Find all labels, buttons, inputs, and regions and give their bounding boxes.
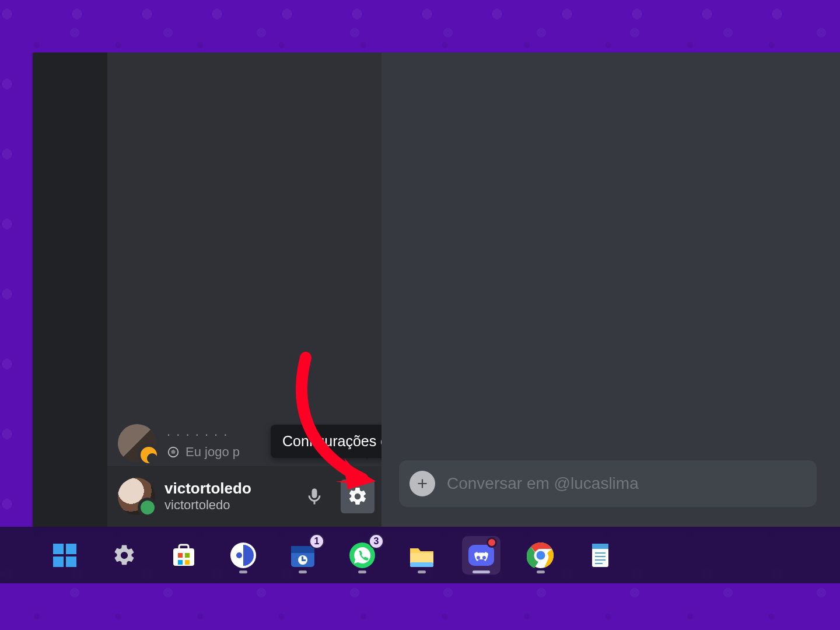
store-icon [170,541,198,569]
taskbar-settings[interactable] [105,536,144,575]
taskbar-microsoft-store[interactable] [164,536,203,575]
windows-logo-icon [51,541,79,569]
taskbar-whatsapp[interactable]: 3 [343,536,382,575]
self-username: victortoledo [164,498,288,512]
svg-rect-3 [66,544,76,554]
svg-rect-29 [592,544,608,549]
svg-rect-7 [179,545,188,551]
svg-rect-2 [53,544,64,554]
game-activity-icon [167,446,180,459]
svg-point-13 [236,552,242,558]
svg-rect-11 [185,560,190,565]
taskbar-file-explorer[interactable] [402,536,441,575]
self-avatar[interactable] [118,478,155,515]
svg-rect-21 [410,562,433,567]
svg-rect-9 [185,553,190,558]
microphone-icon [304,486,325,507]
taskbar-app-purple[interactable] [224,536,262,575]
message-placeholder: Conversar em @lucaslima [447,474,639,493]
dm-text: · · · · · · · Eu jogo p [167,427,240,460]
dm-avatar [118,424,156,463]
taskbar-discord[interactable] [462,536,501,575]
calendar-badge: 1 [309,534,324,549]
chrome-icon [527,541,555,569]
message-input-bar[interactable]: Conversar em @lucaslima [399,460,817,507]
taskbar-notepad[interactable] [581,536,620,575]
svg-rect-10 [178,560,183,565]
svg-rect-8 [178,553,183,558]
svg-rect-5 [66,556,76,567]
mute-mic-button[interactable] [298,480,331,513]
discord-window: · · · · · · · Eu jogo p Configurações de… [33,52,840,527]
server-rail[interactable] [33,52,107,527]
taskbar-calendar[interactable]: 1 [284,536,322,575]
user-settings-button[interactable] [341,480,374,513]
self-name-block[interactable]: victortoledo victortoledo [164,480,288,512]
user-panel: victortoledo victortoledo [107,466,382,527]
folder-icon [408,541,436,569]
notepad-icon [586,541,614,569]
svg-point-24 [482,556,486,559]
gear-icon [347,486,368,507]
start-button[interactable] [46,536,84,575]
svg-point-23 [477,556,480,559]
dm-activity-text: Eu jogo p [186,444,240,460]
channel-sidebar: · · · · · · · Eu jogo p Configurações de… [107,52,382,527]
self-display-name: victortoledo [164,480,288,498]
dm-name-truncation: · · · · · · · [167,427,228,442]
taskbar-chrome[interactable] [522,536,560,575]
svg-rect-18 [302,559,306,561]
svg-rect-4 [53,556,64,567]
whatsapp-badge: 3 [369,534,384,549]
attach-button[interactable] [410,471,435,496]
discord-notification-dot [487,537,497,548]
gear-icon [112,543,136,568]
plus-icon [415,476,430,491]
app-icon [229,541,257,569]
dm-list-item[interactable]: · · · · · · · Eu jogo p [118,424,240,463]
windows-taskbar: 1 3 [0,527,840,583]
chat-main-pane: Conversar em @lucaslima [382,52,840,527]
